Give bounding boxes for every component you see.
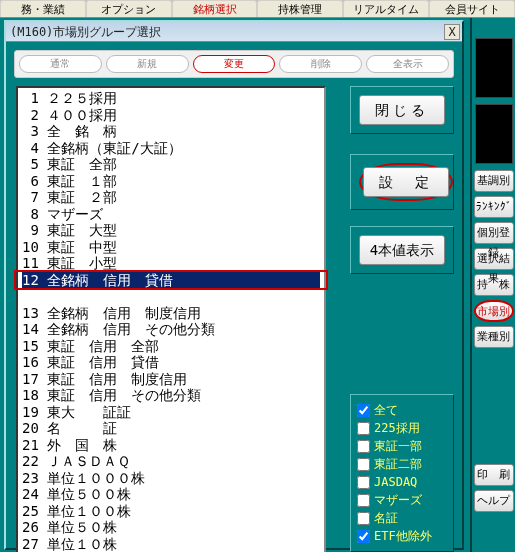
list-inner: 1 ２２５採用 2 ４００採用 3 全 銘 柄 4 全銘柄（東証/大証） 5 東… [18, 88, 324, 552]
list-item[interactable]: 1 ２２５採用 [22, 90, 117, 106]
side-button[interactable]: ﾗﾝｷﾝｸﾞ [474, 196, 514, 218]
side-button[interactable]: 持 株 [474, 274, 514, 296]
checkbox-label: 225採用 [374, 419, 420, 437]
side-button[interactable]: ヘルプ [474, 490, 514, 512]
checkbox-input[interactable] [357, 458, 370, 471]
dialog-body: 通常新規変更削除全表示 1 ２２５採用 2 ４００採用 3 全 銘 柄 4 全銘… [6, 42, 462, 540]
close-button-box: 閉じる [350, 86, 454, 134]
list-item[interactable]: 4 全銘柄（東証/大証） [22, 140, 182, 156]
list-item[interactable]: 15 東証 信用 全部 [22, 338, 159, 354]
list-item[interactable]: 27 単位１０株 [22, 536, 117, 552]
mode-pill[interactable]: 新規 [106, 55, 189, 73]
side-button[interactable]: 選択結果 [474, 248, 514, 270]
checkbox-input[interactable] [357, 404, 370, 417]
checkbox-input[interactable] [357, 494, 370, 507]
checkbox-label: ETF他除外 [374, 527, 432, 545]
set-button-box: 設 定 [350, 154, 454, 210]
set-button-highlight: 設 定 [359, 163, 453, 201]
side-button[interactable]: 業種別 [474, 326, 514, 348]
filter-checkbox[interactable]: 東証二部 [357, 455, 447, 473]
list-item[interactable]: 11 東証 小型 [22, 255, 117, 271]
checkbox-label: 全て [374, 401, 398, 419]
filter-checkbox[interactable]: 225採用 [357, 419, 447, 437]
top-tab[interactable]: 会員サイト [429, 0, 515, 17]
four-values-box: 4本値表示 [350, 226, 454, 274]
side-button-column: 基調別ﾗﾝｷﾝｸﾞ個別登録選択結果持 株市場別業種別印 刷ヘルプ [470, 18, 515, 552]
main-panel: (M160)市場別グループ選択 X 通常新規変更削除全表示 1 ２２５採用 2 … [0, 18, 470, 552]
filter-checkbox[interactable]: ETF他除外 [357, 527, 447, 545]
checkbox-input[interactable] [357, 422, 370, 435]
top-tab[interactable]: 持株管理 [257, 0, 343, 17]
list-item[interactable]: 14 全銘柄 信用 その他分類 [22, 321, 215, 337]
group-select-dialog: (M160)市場別グループ選択 X 通常新規変更削除全表示 1 ２２５採用 2 … [4, 20, 464, 550]
list-item[interactable]: 12 全銘柄 信用 貸借 [22, 272, 320, 289]
list-item[interactable]: 6 東証 １部 [22, 173, 117, 189]
side-button[interactable]: 基調別 [474, 170, 514, 192]
close-button[interactable]: 閉じる [359, 95, 445, 125]
filter-checkbox[interactable]: 全て [357, 401, 447, 419]
list-item[interactable]: 17 東証 信用 制度信用 [22, 371, 187, 387]
close-icon[interactable]: X [444, 24, 460, 40]
checkbox-label: 東証一部 [374, 437, 422, 455]
checkbox-label: JASDAQ [374, 473, 417, 491]
filter-checkbox[interactable]: マザーズ [357, 491, 447, 509]
list-item[interactable]: 8 マザーズ [22, 206, 103, 222]
dialog-title: (M160)市場別グループ選択 [10, 25, 161, 39]
list-item[interactable]: 10 東証 中型 [22, 239, 117, 255]
filter-checkbox[interactable]: JASDAQ [357, 473, 447, 491]
filter-checkbox-panel: 全て225採用東証一部東証二部JASDAQマザーズ名証ETF他除外 [350, 394, 454, 552]
list-item[interactable]: 13 全銘柄 信用 制度信用 [22, 305, 201, 321]
list-item[interactable]: 9 東証 大型 [22, 222, 117, 238]
list-item[interactable]: 3 全 銘 柄 [22, 123, 117, 139]
checkbox-input[interactable] [357, 530, 370, 543]
set-button[interactable]: 設 定 [363, 167, 449, 197]
market-group-listbox[interactable]: 1 ２２５採用 2 ４００採用 3 全 銘 柄 4 全銘柄（東証/大証） 5 東… [16, 86, 326, 552]
filter-checkbox[interactable]: 名証 [357, 509, 447, 527]
list-item[interactable]: 20 名 証 [22, 420, 117, 436]
list-item[interactable]: 2 ４００採用 [22, 107, 117, 123]
top-tab[interactable]: オプション [86, 0, 172, 17]
side-black-panel-top [475, 38, 513, 98]
filter-checkbox[interactable]: 東証一部 [357, 437, 447, 455]
checkbox-input[interactable] [357, 440, 370, 453]
mode-pill[interactable]: 削除 [279, 55, 362, 73]
list-item[interactable]: 7 東証 ２部 [22, 189, 117, 205]
checkbox-label: 名証 [374, 509, 398, 527]
side-button[interactable]: 個別登録 [474, 222, 514, 244]
list-item[interactable]: 22 ＪＡＳＤＡＱ [22, 453, 130, 469]
side-black-panel-bottom [475, 104, 513, 164]
list-item[interactable]: 16 東証 信用 貸借 [22, 354, 159, 370]
top-tab[interactable]: 務・業績 [0, 0, 86, 17]
dialog-titlebar: (M160)市場別グループ選択 X [6, 22, 462, 42]
checkbox-label: 東証二部 [374, 455, 422, 473]
mode-pill[interactable]: 全表示 [366, 55, 449, 73]
mode-pill[interactable]: 変更 [193, 55, 276, 73]
top-tab[interactable]: 銘柄選択 [172, 0, 258, 17]
checkbox-input[interactable] [357, 512, 370, 525]
list-item[interactable]: 23 単位１０００株 [22, 470, 145, 486]
list-item[interactable]: 5 東証 全部 [22, 156, 117, 172]
four-values-button[interactable]: 4本値表示 [359, 235, 445, 265]
list-item[interactable]: 24 単位５００株 [22, 486, 131, 502]
top-tab-strip: 務・業績オプション銘柄選択持株管理リアルタイム会員サイト [0, 0, 515, 18]
side-button[interactable]: 印 刷 [474, 464, 514, 486]
list-item[interactable]: 18 東証 信用 その他分類 [22, 387, 201, 403]
list-item[interactable]: 19 東大 証証 [22, 404, 131, 420]
checkbox-input[interactable] [357, 476, 370, 489]
mode-pill[interactable]: 通常 [19, 55, 102, 73]
side-button[interactable]: 市場別 [474, 300, 514, 322]
list-item[interactable]: 25 単位１００株 [22, 503, 131, 519]
list-item[interactable]: 26 単位５０株 [22, 519, 117, 535]
list-item[interactable]: 21 外 国 株 [22, 437, 117, 453]
top-tab[interactable]: リアルタイム [343, 0, 429, 17]
checkbox-label: マザーズ [374, 491, 422, 509]
mode-pill-row: 通常新規変更削除全表示 [14, 50, 454, 78]
